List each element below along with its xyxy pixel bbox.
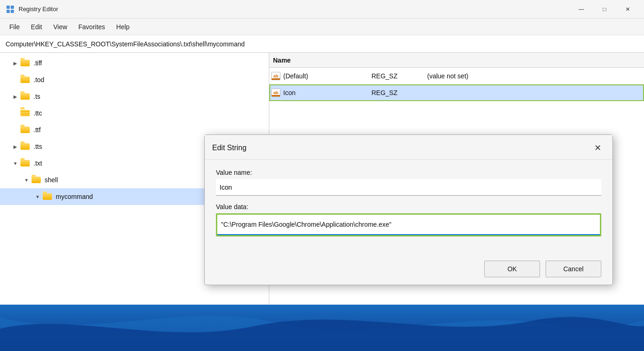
value-data-container — [216, 213, 601, 236]
dialog-overlay: Edit String ✕ Value name: Value data: OK… — [0, 0, 644, 351]
value-name-input[interactable] — [216, 179, 601, 196]
cancel-button[interactable]: Cancel — [546, 261, 601, 277]
dialog-title: Edit String — [212, 144, 247, 152]
edit-string-dialog: Edit String ✕ Value name: Value data: OK… — [204, 134, 613, 285]
dialog-footer: OK Cancel — [205, 255, 612, 285]
ok-button[interactable]: OK — [484, 261, 540, 277]
dialog-body: Value name: Value data: — [205, 160, 612, 255]
dialog-title-bar: Edit String ✕ — [205, 135, 612, 160]
value-data-input[interactable] — [217, 215, 600, 235]
value-name-label: Value name: — [216, 169, 601, 176]
dialog-close-button[interactable]: ✕ — [590, 140, 605, 155]
value-data-label: Value data: — [216, 203, 601, 211]
